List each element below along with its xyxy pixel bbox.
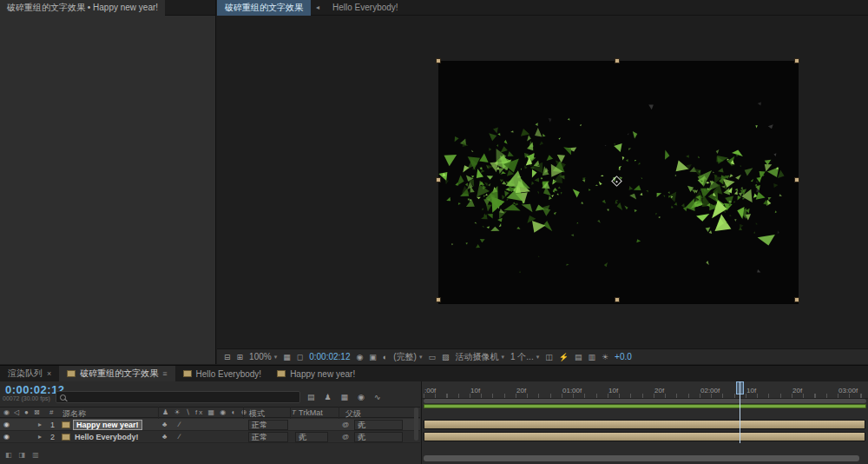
quality-icon[interactable]: ∕ [179,421,180,428]
region-of-interest-icon[interactable]: ▭ [428,350,436,364]
chevron-down-icon: ▾ [536,354,540,361]
graph-editor-icon[interactable]: ∿ [374,393,381,401]
primary-viewer-icon[interactable]: ⊞ [237,350,244,364]
panel-menu-icon[interactable]: ≡ [162,369,167,378]
resolution-select[interactable]: (完整) ▾ [393,351,422,363]
collapse-transformations-icon[interactable]: ♣ [162,433,167,441]
flowchart-panel-body[interactable] [0,16,215,364]
close-icon[interactable]: × [47,369,51,378]
parent-pickwhip-icon[interactable]: @ [342,421,349,428]
lock-icon[interactable]: ⊠ [34,408,40,416]
layer-duration-bar-1[interactable] [424,420,865,429]
grid-guides-icon[interactable]: ▦ [283,350,291,364]
selection-handle[interactable] [615,297,620,302]
camera-view-select[interactable]: 活动摄像机 ▾ [455,351,504,363]
quality-icon[interactable]: ∕ [179,433,180,441]
fast-previews-icon[interactable]: ⚡ [559,350,569,364]
composition-icon [277,370,286,377]
layer-number: 1 [47,421,58,429]
tab-timeline-happy[interactable]: Happy new year! [269,366,363,381]
show-snapshot-icon[interactable]: ▣ [369,350,377,364]
audio-icon[interactable]: ◁ [14,408,19,416]
time-ruler[interactable]: :00f 10f 20f 01:00f 10f 20f 02:00f 10f 2… [422,381,868,399]
column-trkmat: TrkMat [299,408,323,417]
tab-timeline-hello[interactable]: Hello Everybody! [175,366,270,381]
transparency-grid-icon[interactable]: ▨ [442,350,450,364]
tab-comp-hello[interactable]: Hello Everybody! [325,0,406,16]
horizontal-scrollbar[interactable] [424,455,859,461]
mask-visibility-icon[interactable]: ◻ [297,350,303,364]
mode-select[interactable]: 正常 ▾ [248,432,288,442]
layer-name[interactable]: Hello Everybody! [75,433,139,441]
resolution-value: (完整) [393,351,417,363]
pixel-aspect-icon[interactable]: ◫ [545,350,553,364]
layer-row-2[interactable]: ◉ ▸ 2 Hello Everybody! ♣ ∕ 正常 ▾ 无 ▾ @ 无 … [0,431,420,443]
trkmat-select[interactable]: 无 ▾ [295,432,328,442]
eye-icon[interactable]: ◉ [3,433,10,441]
selection-handle[interactable] [436,58,441,63]
playhead-line[interactable] [740,381,740,443]
parent-select[interactable]: 无 ▾ [354,432,403,442]
tab-timeline-shatter[interactable]: 破碎重组的文字效果 ≡ [59,366,174,381]
tab-render-queue[interactable]: 渲染队列 × [0,366,59,381]
chevron-down-icon: ▾ [252,433,255,442]
expand-arrow-icon[interactable]: ▸ [38,421,42,428]
timeline-search-box[interactable] [56,391,300,403]
chevron-down-icon: ▾ [299,433,302,442]
toggle-switches-pane-icon[interactable]: ◧ [5,451,12,459]
snapshot-icon[interactable]: ◉ [356,350,363,364]
vertical-scrollbar[interactable] [414,408,418,441]
layer-number: 2 [47,433,58,441]
time-navigator-bar[interactable] [424,399,866,403]
toggle-inout-pane-icon[interactable]: ▥ [32,451,39,459]
column-number: # [49,408,53,416]
tab-comp-shatter[interactable]: 破碎重组的文字效果 [217,0,311,16]
view-layout-value: 1 个... [510,351,534,363]
selection-handle[interactable] [794,297,799,302]
layer-duration-bar-2[interactable] [424,432,865,441]
composition-canvas[interactable] [438,61,799,304]
tab-comp-shatter-label: 破碎重组的文字效果 [225,3,303,12]
timeline-button-icon[interactable]: ▤ [575,350,582,364]
ruler-label: 03:00f [838,387,858,394]
parent-select[interactable]: 无 ▾ [354,420,403,430]
mode-select[interactable]: 正常 ▾ [248,420,288,430]
collapse-transformations-icon[interactable]: ♣ [162,421,167,428]
solo-icon[interactable]: ● [24,408,29,416]
selection-handle[interactable] [794,58,799,63]
ruler-label: :00f [424,387,436,394]
timeline-bottom-toggles: ◧ ◨ ▥ [5,451,39,459]
timeline-panel: 渲染队列 × 破碎重组的文字效果 ≡ Hello Everybody! Happ… [0,365,868,464]
view-layout-select[interactable]: 1 个... ▾ [510,351,539,363]
flowchart-panel-tab[interactable]: 破碎重组的文字效果 • Happy new year! [0,0,165,16]
always-preview-icon[interactable]: ⊟ [224,350,231,364]
toggle-transfer-pane-icon[interactable]: ◨ [19,451,26,459]
eye-icon[interactable]: ◉ [3,408,10,416]
selection-handle[interactable] [794,177,799,182]
selection-handle[interactable] [436,177,441,182]
exposure-icon[interactable]: ☀ [602,350,608,364]
frame-blend-icon[interactable]: ▦ [341,393,349,401]
layer-name[interactable]: Happy new year! [73,420,142,430]
flowchart-button-icon[interactable]: ▥ [588,350,595,364]
layer-row-1[interactable]: ◉ ▸ 1 Happy new year! ♣ ∕ 正常 ▾ @ 无 ▾ [0,419,420,431]
parent-pickwhip-icon[interactable]: @ [342,433,349,441]
motion-blur-icon[interactable]: ◉ [358,393,365,401]
work-area-bar[interactable] [424,404,866,408]
tab-timeline-happy-label: Happy new year! [290,369,355,379]
eye-icon[interactable]: ◉ [3,421,10,428]
timeline-toggle-bar: ▤ ♟ ▦ ◉ ∿ [307,391,381,403]
shy-layers-icon[interactable]: ♟ [325,393,332,401]
selection-handle[interactable] [615,58,620,63]
viewer-stage [217,17,868,348]
exposure-value[interactable]: +0.0 [615,352,632,361]
preview-timecode[interactable]: 0:00:02:12 [309,352,350,361]
zoom-select[interactable]: 100% ▾ [249,352,277,361]
previous-comp-icon[interactable]: ◂ [311,0,325,15]
search-input[interactable] [70,393,296,401]
expand-arrow-icon[interactable]: ▸ [38,433,42,441]
camera-view-value: 活动摄像机 [455,351,498,363]
channels-icon[interactable]: ◐ [383,350,387,364]
mini-flowchart-icon[interactable]: ▤ [307,393,315,401]
selection-handle[interactable] [436,297,441,302]
